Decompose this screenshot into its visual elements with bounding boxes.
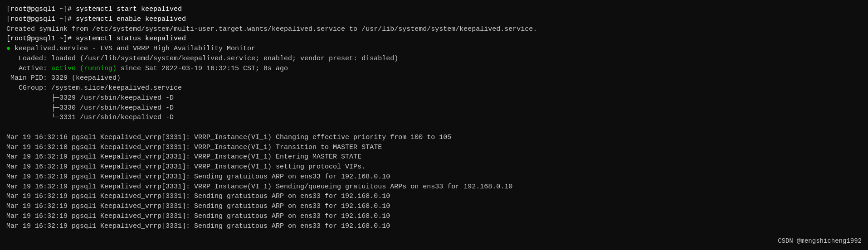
line-13: Mar 19 16:32:16 pgsql1 Keepalived_vrrp[3… <box>6 133 862 143</box>
terminal: [root@pgsql1 ~]# systemctl start keepali… <box>0 0 868 250</box>
line-20: Mar 19 16:32:19 pgsql1 Keepalived_vrrp[3… <box>6 202 862 212</box>
line-blank <box>6 123 862 133</box>
line-4: [root@pgsql1 ~]# systemctl status keepal… <box>6 34 862 44</box>
line-8: Main PID: 3329 (keepalived) <box>6 73 862 83</box>
line-3: Created symlink from /etc/systemd/system… <box>6 24 862 34</box>
line-19: Mar 19 16:32:19 pgsql1 Keepalived_vrrp[3… <box>6 192 862 202</box>
terminal-output: [root@pgsql1 ~]# systemctl start keepali… <box>6 5 862 231</box>
line-6: Loaded: loaded (/usr/lib/systemd/system/… <box>6 54 862 64</box>
line-14: Mar 19 16:32:18 pgsql1 Keepalived_vrrp[3… <box>6 143 862 153</box>
line-9: CGroup: /system.slice/keepalived.service <box>6 83 862 93</box>
line-11: ├─3330 /usr/sbin/keepalived -D <box>6 103 862 113</box>
line-17: Mar 19 16:32:19 pgsql1 Keepalived_vrrp[3… <box>6 172 862 182</box>
line-1: [root@pgsql1 ~]# systemctl start keepali… <box>6 5 862 14</box>
line-15: Mar 19 16:32:19 pgsql1 Keepalived_vrrp[3… <box>6 152 862 162</box>
line-22: Mar 19 16:32:19 pgsql1 Keepalived_vrrp[3… <box>6 221 862 231</box>
line-12: └─3331 /usr/sbin/keepalived -D <box>6 113 862 123</box>
line-7: Active: active (running) since Sat 2022-… <box>6 64 862 74</box>
line-18: Mar 19 16:32:19 pgsql1 Keepalived_vrrp[3… <box>6 182 862 192</box>
watermark: CSDN @mengshicheng1992 <box>778 236 862 245</box>
line-10: ├─3329 /usr/sbin/keepalived -D <box>6 93 862 103</box>
line-5: ● keepalived.service - LVS and VRRP High… <box>6 44 862 54</box>
line-16: Mar 19 16:32:19 pgsql1 Keepalived_vrrp[3… <box>6 162 862 172</box>
line-2: [root@pgsql1 ~]# systemctl enable keepal… <box>6 14 862 24</box>
line-21: Mar 19 16:32:19 pgsql1 Keepalived_vrrp[3… <box>6 212 862 221</box>
